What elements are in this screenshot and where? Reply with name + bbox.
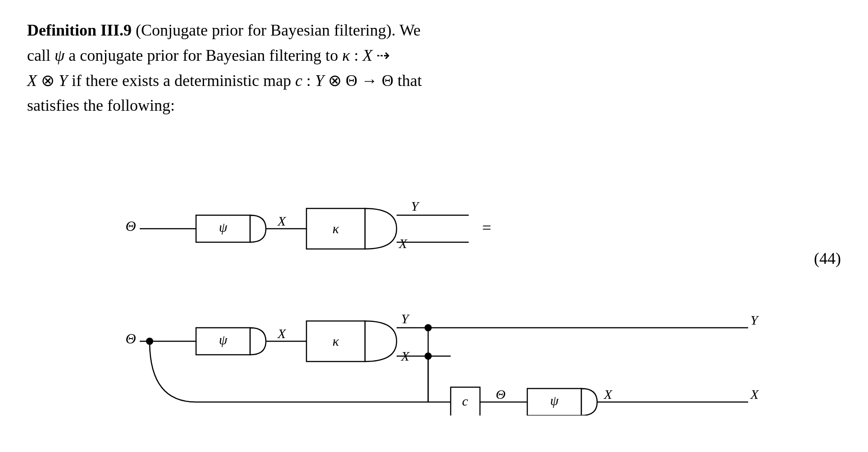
y-label-bot: Y xyxy=(401,311,410,326)
psi2-label: ψ xyxy=(550,393,559,408)
theta-label-c-psi: Θ xyxy=(496,387,506,402)
definition-paren: (Conjugate prior for Bayesian filtering)… xyxy=(136,21,420,39)
definition-title: Definition III.9 xyxy=(27,21,132,39)
psi-label-bot: ψ xyxy=(219,332,228,347)
diagram-container: Θ ψ X κ Y X = Θ xyxy=(27,136,841,416)
y-label-top: Y xyxy=(411,199,420,213)
x-label-top-psi: X xyxy=(277,213,287,228)
definition-line3: X ⊗ Y if there exists a deterministic ma… xyxy=(27,72,422,90)
y-label-right: Y xyxy=(750,312,759,327)
diagrams-svg: Θ ψ X κ Y X = Θ xyxy=(117,136,838,416)
x-label-right: X xyxy=(750,387,759,402)
kappa-label-bot: κ xyxy=(333,334,339,348)
definition-block: Definition III.9 (Conjugate prior for Ba… xyxy=(27,18,838,118)
theta-label-bot: Θ xyxy=(125,330,136,347)
psi-label-top: ψ xyxy=(219,220,228,235)
equals-sign-top: = xyxy=(482,219,491,237)
definition-line2: call ψ a conjugate prior for Bayesian fi… xyxy=(27,46,390,64)
x-label-psi2-out: X xyxy=(603,387,613,402)
definition-line4: satisfies the following: xyxy=(27,96,175,114)
x-label-top-kappa-out: X xyxy=(398,236,408,251)
equation-number: (44) xyxy=(814,249,841,268)
x-label-bot-psi: X xyxy=(277,326,287,341)
c-label: c xyxy=(462,393,468,408)
kappa-label-top: κ xyxy=(333,221,339,236)
theta-label-top: Θ xyxy=(125,218,136,234)
